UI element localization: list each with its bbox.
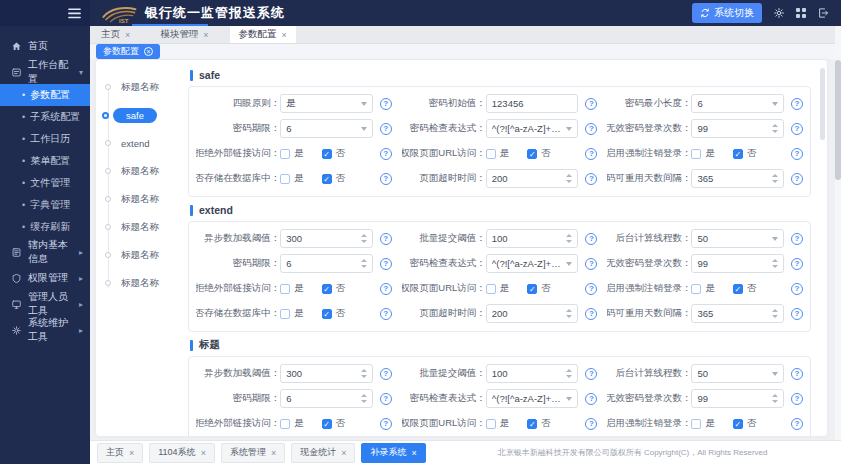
anchor-item-标题名称[interactable]: 标题名称 (96, 269, 184, 297)
stepper-icon[interactable] (361, 369, 367, 378)
tab-模块管理[interactable]: 模块管理× (151, 26, 217, 43)
help-icon[interactable]: ? (585, 123, 597, 135)
stepper-icon[interactable] (566, 234, 572, 243)
close-icon[interactable]: × (203, 30, 208, 40)
field-select-input[interactable]: ^(?![^a-zA-Z]+$)(?!\D+$)[0-9A-Z... (486, 389, 579, 408)
help-icon[interactable]: ? (585, 148, 597, 160)
close-icon[interactable]: × (282, 30, 287, 40)
stepper-icon[interactable] (361, 259, 367, 268)
bottom-tab-1104系统[interactable]: 1104系统× (149, 443, 215, 463)
checkbox-no-box[interactable]: ✓ (322, 309, 332, 319)
grid-icon[interactable] (796, 8, 806, 18)
step-up-icon[interactable] (772, 309, 778, 312)
gear-icon[interactable] (773, 7, 785, 19)
tab-参数配置[interactable]: 参数配置× (230, 26, 296, 43)
step-down-icon[interactable] (566, 240, 572, 243)
checkbox-yes-box[interactable] (691, 419, 701, 429)
help-icon[interactable]: ? (380, 283, 392, 295)
field-number-input[interactable]: 100 (486, 364, 579, 383)
checkbox-yes[interactable]: 是 (486, 417, 510, 430)
step-up-icon[interactable] (772, 174, 778, 177)
stepper-icon[interactable] (361, 394, 367, 403)
checkbox-no-box[interactable]: ✓ (322, 284, 332, 294)
checkbox-yes-box[interactable] (486, 149, 496, 159)
field-text-input[interactable]: 123456 (486, 94, 579, 113)
help-icon[interactable]: ? (585, 418, 597, 430)
field-select-input[interactable]: ^(?![^a-zA-Z]+$)(?!\D+$)[0-9A-Z... (486, 254, 579, 273)
sidebar-item-系统维护工具[interactable]: 系统维护工具▸ (0, 318, 90, 342)
step-up-icon[interactable] (361, 394, 367, 397)
step-down-icon[interactable] (361, 400, 367, 403)
checkbox-no-box[interactable]: ✓ (527, 419, 537, 429)
bottom-tab-系统管理[interactable]: 系统管理× (221, 443, 285, 463)
help-icon[interactable]: ? (791, 123, 803, 135)
sidebar-item-子系统配置[interactable]: •子系统配置 (0, 106, 90, 128)
checkbox-no[interactable]: ✓否 (322, 307, 346, 320)
checkbox-yes[interactable]: 是 (691, 147, 715, 160)
scrollbar-thumb[interactable] (835, 60, 841, 180)
help-icon[interactable]: ? (585, 258, 597, 270)
step-down-icon[interactable] (772, 130, 778, 133)
field-number-input[interactable]: 365 (691, 169, 784, 188)
step-down-icon[interactable] (361, 375, 367, 378)
checkbox-no[interactable]: ✓否 (733, 417, 757, 430)
close-icon[interactable]: × (271, 448, 276, 458)
checkbox-no-box[interactable]: ✓ (322, 419, 332, 429)
anchor-item-标题名称[interactable]: 标题名称 (96, 241, 184, 269)
help-icon[interactable]: ? (791, 258, 803, 270)
stepper-icon[interactable] (566, 174, 572, 183)
help-icon[interactable]: ? (380, 368, 392, 380)
help-icon[interactable]: ? (791, 148, 803, 160)
stepper-icon[interactable] (772, 309, 778, 318)
step-down-icon[interactable] (566, 315, 572, 318)
checkbox-yes[interactable]: 是 (280, 172, 304, 185)
close-icon[interactable]: × (144, 47, 153, 56)
field-select-input[interactable]: 50 (691, 364, 784, 383)
close-icon[interactable]: × (411, 448, 416, 458)
help-icon[interactable]: ? (380, 98, 392, 110)
checkbox-no[interactable]: ✓否 (322, 147, 346, 160)
field-select-input[interactable]: 是 (280, 94, 373, 113)
checkbox-yes-box[interactable] (280, 284, 290, 294)
anchor-item-标题名称[interactable]: 标题名称 (96, 157, 184, 185)
anchor-item-标题名称[interactable]: 标题名称 (96, 185, 184, 213)
sidebar-item-辖内基本信息[interactable]: 辖内基本信息▸ (0, 240, 90, 264)
help-icon[interactable]: ? (791, 233, 803, 245)
field-number-input[interactable]: 100 (486, 229, 579, 248)
system-switch-button[interactable]: 系统切换 (692, 3, 762, 23)
help-icon[interactable]: ? (585, 308, 597, 320)
checkbox-yes-box[interactable] (486, 419, 496, 429)
checkbox-no[interactable]: ✓否 (322, 282, 346, 295)
help-icon[interactable]: ? (380, 308, 392, 320)
checkbox-no-box[interactable]: ✓ (527, 284, 537, 294)
checkbox-no[interactable]: ✓否 (733, 147, 757, 160)
checkbox-no[interactable]: ✓否 (322, 417, 346, 430)
sidebar-item-字典管理[interactable]: •字典管理 (0, 194, 90, 216)
help-icon[interactable]: ? (791, 98, 803, 110)
field-select-input[interactable]: 6 (280, 119, 373, 138)
step-down-icon[interactable] (361, 240, 367, 243)
field-number-input[interactable]: 365 (691, 304, 784, 323)
checkbox-no[interactable]: ✓否 (527, 417, 551, 430)
step-up-icon[interactable] (772, 394, 778, 397)
close-icon[interactable]: × (341, 448, 346, 458)
bottom-tab-主页[interactable]: 主页× (97, 443, 143, 463)
help-icon[interactable]: ? (585, 98, 597, 110)
step-up-icon[interactable] (772, 124, 778, 127)
help-icon[interactable]: ? (380, 393, 392, 405)
step-down-icon[interactable] (772, 400, 778, 403)
stepper-icon[interactable] (566, 309, 572, 318)
help-icon[interactable]: ? (585, 173, 597, 185)
stepper-icon[interactable] (361, 234, 367, 243)
step-up-icon[interactable] (361, 234, 367, 237)
bottom-tab-补录系统[interactable]: 补录系统× (361, 443, 425, 463)
field-number-input[interactable]: 6 (280, 254, 373, 273)
help-icon[interactable]: ? (380, 258, 392, 270)
field-number-input[interactable]: 300 (280, 364, 373, 383)
help-icon[interactable]: ? (791, 368, 803, 380)
card-scrollbar[interactable] (820, 68, 825, 140)
stepper-icon[interactable] (566, 369, 572, 378)
sidebar-item-首页[interactable]: 首页 (0, 34, 90, 58)
field-number-input[interactable]: 200 (486, 304, 579, 323)
checkbox-no-box[interactable]: ✓ (733, 149, 743, 159)
